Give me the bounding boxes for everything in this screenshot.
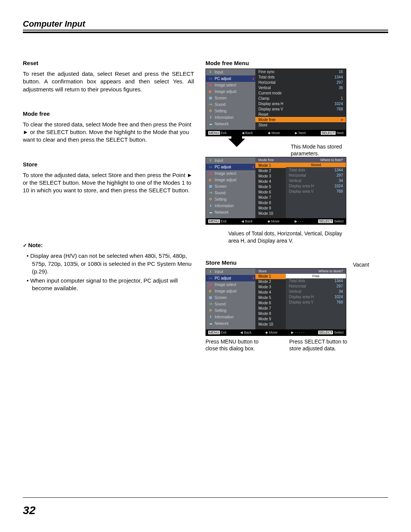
osd1-row[interactable]: Clamp1	[255, 96, 346, 101]
note-bullet-2: When input computer signal to the projec…	[32, 277, 194, 292]
nav-icon: 🕪	[208, 191, 213, 195]
osd3-back: Back	[244, 331, 252, 334]
nav-icon: 🕪	[208, 302, 213, 306]
nav-icon: ☁	[208, 122, 213, 126]
nav-item-pc-adjust[interactable]: ▭PC adjust	[206, 275, 255, 281]
callout-values: Values of Total dots, Horizontal, Vertic…	[228, 230, 350, 244]
nav-item-pc-adjust[interactable]: ▭PC adjust	[206, 75, 255, 82]
mode-row[interactable]: Mode 4	[255, 290, 286, 295]
nav-item-sound[interactable]: 🕪Sound	[206, 101, 255, 108]
nav-icon: ℹ	[208, 204, 213, 208]
osd1-next1: Next	[299, 131, 306, 135]
nav-item-screen[interactable]: ▦Screen	[206, 183, 255, 190]
nav-item-information[interactable]: ℹInformation	[206, 203, 255, 209]
nav-icon: ◐	[208, 90, 213, 93]
mode-row[interactable]: Mode 8	[255, 311, 286, 316]
nav-item-image-adjust[interactable]: ◐Image adjust	[206, 88, 255, 95]
nav-icon: ℹ	[208, 315, 213, 319]
osd1-row-store[interactable]: Store	[255, 122, 346, 128]
reset-text: To reset the adjusted data, select Reset…	[23, 70, 194, 93]
nav-item-setting[interactable]: ⚙Setting	[206, 108, 255, 114]
mode-row[interactable]: Mode 2	[255, 168, 286, 173]
nav-item-input[interactable]: ⬇Input	[206, 268, 255, 275]
osd1-row[interactable]: Display area V768	[255, 106, 346, 112]
osd1: ⬇Input▭PC adjust▣Image select◐Image adju…	[206, 69, 346, 136]
nav-item-image-adjust[interactable]: ◐Image adjust	[206, 177, 255, 183]
param-row: Total dots1344	[286, 167, 346, 173]
callout-menu: Press MENU button to close this dialog b…	[206, 338, 263, 352]
nav-item-image-adjust[interactable]: ◐Image adjust	[206, 288, 255, 294]
nav-item-image-select[interactable]: ▣Image select	[206, 82, 255, 88]
mode-row-selected[interactable]: Mode 1	[255, 274, 286, 279]
mode-row[interactable]: Mode 9	[255, 316, 286, 322]
page-number: 32	[23, 504, 35, 517]
nav-icon: ▭	[208, 165, 213, 169]
mode-row[interactable]: Mode 6	[255, 189, 286, 195]
nav-item-network[interactable]: ☁Network	[206, 320, 255, 327]
mode-row[interactable]: Mode 7	[255, 306, 286, 311]
osd1-row[interactable]: Vertical36	[255, 85, 346, 90]
status-label: Stored	[286, 163, 346, 167]
osd3-sel: Select	[334, 331, 344, 334]
nav-icon: ☁	[208, 211, 213, 214]
modefree-text: To clear the stored data, select Mode fr…	[23, 121, 194, 144]
osd1-row[interactable]: Fine sync16	[255, 69, 346, 74]
nav-item-setting[interactable]: ⚙Setting	[206, 196, 255, 203]
nav-item-information[interactable]: ℹInformation	[206, 314, 255, 320]
mode-row[interactable]: Mode 5	[255, 184, 286, 189]
osd1-row[interactable]: Display area H1024	[255, 101, 346, 106]
nav-icon: ▭	[208, 276, 213, 280]
nav-icon: ▣	[208, 172, 213, 175]
nav-item-sound[interactable]: 🕪Sound	[206, 301, 255, 307]
nav-icon: 🕪	[208, 103, 213, 106]
osd3-dash: - - - - -	[295, 331, 304, 334]
mode-row[interactable]: Mode 7	[255, 195, 286, 200]
param-row: Display area V768	[286, 300, 346, 305]
mode-row[interactable]: Mode 5	[255, 295, 286, 300]
nav-icon: ▦	[208, 96, 213, 100]
nav-item-input[interactable]: ⬇Input	[206, 69, 255, 75]
reset-heading: Reset	[23, 60, 194, 66]
osd1-row[interactable]: Reset	[255, 112, 346, 117]
nav-item-input[interactable]: ⬇Input	[206, 157, 255, 164]
mode-row-selected[interactable]: Mode 1	[255, 163, 286, 168]
nav-item-image-select[interactable]: ▣Image select	[206, 170, 255, 177]
osd3-title: Store Menu	[206, 259, 237, 266]
nav-item-information[interactable]: ℹInformation	[206, 114, 255, 121]
nav-icon: ▦	[208, 296, 213, 299]
mode-row[interactable]: Mode 8	[255, 200, 286, 205]
osd1-row[interactable]: Current mode	[255, 90, 346, 96]
nav-item-pc-adjust[interactable]: ▭PC adjust	[206, 164, 255, 170]
mode-row[interactable]: Mode 9	[255, 205, 286, 211]
nav-icon: ℹ	[208, 116, 213, 119]
osd1-row[interactable]: Horizontal297	[255, 80, 346, 85]
param-row: Vertical34	[286, 289, 346, 294]
osd2-move: Move	[271, 219, 279, 223]
mode-row[interactable]: Mode 3	[255, 173, 286, 179]
nav-icon: ◐	[208, 178, 213, 182]
nav-item-image-select[interactable]: ▣Image select	[206, 281, 255, 288]
mode-row[interactable]: Mode 6	[255, 300, 286, 306]
mode-row[interactable]: Mode 10	[255, 322, 286, 327]
mode-row[interactable]: Mode 3	[255, 284, 286, 290]
nav-item-setting[interactable]: ⚙Setting	[206, 307, 255, 314]
osd1-move: Move	[271, 131, 280, 135]
mode-row[interactable]: Mode 10	[255, 211, 286, 216]
nav-item-network[interactable]: ☁Network	[206, 209, 255, 216]
osd3: ⬇Input▭PC adjust▣Image select◐Image adju…	[206, 268, 346, 336]
osd1-row-modefree[interactable]: Mode free	[255, 117, 346, 122]
callout-vacant: Vacant	[353, 261, 369, 268]
note-heading: Note:	[23, 242, 194, 248]
nav-item-network[interactable]: ☁Network	[206, 121, 255, 127]
nav-item-sound[interactable]: 🕪Sound	[206, 190, 255, 196]
mode-row[interactable]: Mode 4	[255, 179, 286, 184]
header-rule	[23, 30, 388, 33]
osd1-row[interactable]: Total dots1344	[255, 74, 346, 80]
param-row: Vertical34	[286, 178, 346, 183]
nav-icon: ☁	[208, 322, 213, 325]
arrow-down-icon	[228, 139, 245, 155]
nav-item-screen[interactable]: ▦Screen	[206, 294, 255, 301]
nav-icon: ⬇	[208, 159, 213, 162]
mode-row[interactable]: Mode 2	[255, 279, 286, 284]
nav-item-screen[interactable]: ▦Screen	[206, 95, 255, 101]
